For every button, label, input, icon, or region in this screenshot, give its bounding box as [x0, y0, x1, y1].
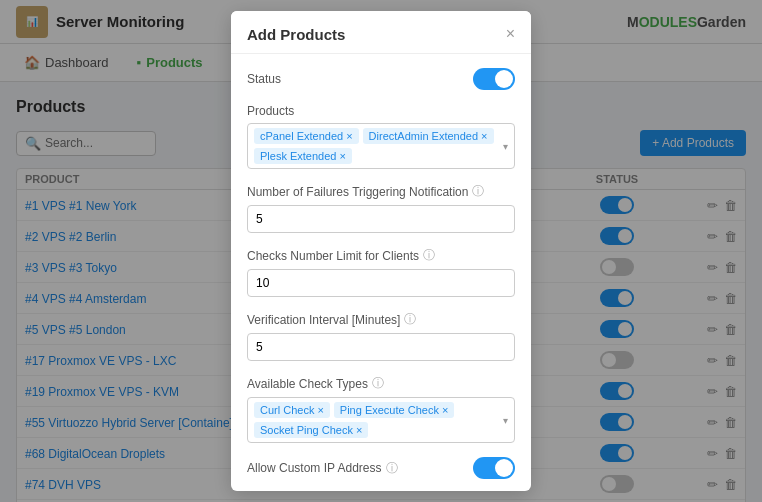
tag-ping-execute: Ping Execute Check × [334, 402, 455, 418]
custom-ip-toggle[interactable] [473, 457, 515, 479]
modal-body: Status Products cPanel Extended × Direct… [231, 54, 531, 491]
failures-group: Number of Failures Triggering Notificati… [247, 183, 515, 233]
custom-ip-toggle-slider [473, 457, 515, 479]
tag-cpanel: cPanel Extended × [254, 128, 359, 144]
custom-ip-label: Allow Custom IP Address ⓘ [247, 460, 398, 477]
products-label: Products [247, 104, 515, 118]
checks-limit-input[interactable] [247, 269, 515, 297]
tag-socket-ping: Socket Ping Check × [254, 422, 368, 438]
custom-ip-row: Allow Custom IP Address ⓘ [247, 457, 515, 479]
checks-limit-help-icon[interactable]: ⓘ [423, 247, 435, 264]
tag-curl-remove[interactable]: × [317, 404, 323, 416]
check-types-label: Available Check Types ⓘ [247, 375, 515, 392]
modal-title: Add Products [247, 26, 345, 43]
tag-directadmin: DirectAdmin Extended × [363, 128, 494, 144]
status-label: Status [247, 72, 281, 86]
status-toggle-slider [473, 68, 515, 90]
tag-socket-ping-remove[interactable]: × [356, 424, 362, 436]
failures-input[interactable] [247, 205, 515, 233]
failures-help-icon[interactable]: ⓘ [472, 183, 484, 200]
failures-label: Number of Failures Triggering Notificati… [247, 183, 515, 200]
tag-directadmin-remove[interactable]: × [481, 130, 487, 142]
check-types-dropdown-arrow: ▾ [503, 415, 508, 426]
interval-group: Verification Interval [Minutes] ⓘ [247, 311, 515, 361]
modal-close-button[interactable]: × [506, 25, 515, 43]
tag-cpanel-remove[interactable]: × [346, 130, 352, 142]
check-types-group: Available Check Types ⓘ Curl Check × Pin… [247, 375, 515, 443]
interval-input[interactable] [247, 333, 515, 361]
check-types-help-icon[interactable]: ⓘ [372, 375, 384, 392]
products-group: Products cPanel Extended × DirectAdmin E… [247, 104, 515, 169]
tag-plesk: Plesk Extended × [254, 148, 352, 164]
products-dropdown-arrow: ▾ [503, 141, 508, 152]
interval-help-icon[interactable]: ⓘ [404, 311, 416, 328]
interval-label: Verification Interval [Minutes] ⓘ [247, 311, 515, 328]
tag-ping-execute-remove[interactable]: × [442, 404, 448, 416]
custom-ip-help-icon[interactable]: ⓘ [386, 460, 398, 477]
add-products-modal: Add Products × Status Products cPanel Ex… [231, 11, 531, 491]
checks-limit-group: Checks Number Limit for Clients ⓘ [247, 247, 515, 297]
checks-limit-label: Checks Number Limit for Clients ⓘ [247, 247, 515, 264]
tag-plesk-remove[interactable]: × [339, 150, 345, 162]
products-tags-input[interactable]: cPanel Extended × DirectAdmin Extended ×… [247, 123, 515, 169]
modal-header: Add Products × [231, 11, 531, 54]
check-types-tags-input[interactable]: Curl Check × Ping Execute Check × Socket… [247, 397, 515, 443]
status-toggle[interactable] [473, 68, 515, 90]
modal-overlay[interactable]: Add Products × Status Products cPanel Ex… [0, 0, 762, 502]
tag-curl: Curl Check × [254, 402, 330, 418]
status-row: Status [247, 68, 515, 90]
